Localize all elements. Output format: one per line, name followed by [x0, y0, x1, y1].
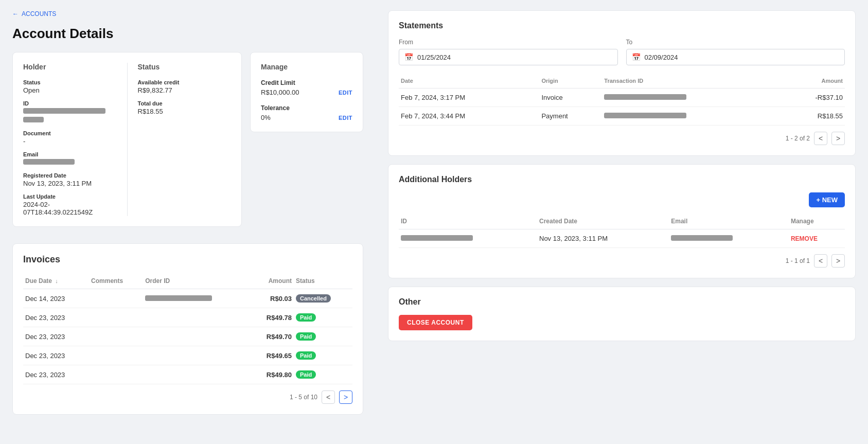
other-card: Other CLOSE ACCOUNT: [388, 287, 856, 341]
holders-email-header: Email: [669, 214, 789, 229]
stmt-transaction-id: [602, 88, 780, 107]
stmt-amount: -R$37.10: [780, 88, 845, 107]
invoice-status: Paid: [294, 327, 352, 346]
stmt-transaction-id: [602, 107, 780, 126]
new-holder-button[interactable]: + NEW: [809, 192, 845, 207]
account-status-section: Status Available credit R$9,832.77 Total…: [127, 63, 232, 216]
invoice-due-date: Dec 23, 2023: [23, 346, 89, 365]
holder-email: [669, 229, 789, 248]
from-date-input[interactable]: 📅 01/25/2024: [399, 49, 618, 65]
edit-credit-limit-button[interactable]: EDIT: [339, 90, 352, 96]
invoice-order-id: [143, 346, 250, 365]
holders-id-header: ID: [399, 214, 537, 229]
email-label: Email: [23, 151, 117, 157]
invoice-amount: R$0.03: [250, 289, 294, 308]
statements-pagination: 1 - 2 of 2 < >: [399, 132, 845, 145]
invoice-status: Cancelled: [294, 289, 352, 308]
invoice-due-date: Dec 23, 2023: [23, 308, 89, 327]
holders-page-info: 1 - 1 of 1: [786, 257, 810, 264]
invoice-comments: [89, 365, 143, 384]
holder-id: [399, 229, 537, 248]
table-row: Dec 23, 2023R$49.65Paid: [23, 346, 352, 365]
invoices-card: Invoices Due Date ↓ Comments Order ID Am…: [12, 243, 363, 415]
invoice-comments: [89, 327, 143, 346]
to-date-value: 02/09/2024: [645, 54, 678, 61]
statements-prev-button[interactable]: <: [814, 132, 827, 145]
amount-header: Amount: [250, 273, 294, 289]
edit-tolerance-button[interactable]: EDIT: [339, 115, 352, 121]
date-range-row: From 📅 01/25/2024 To 📅 02/09/2024: [399, 39, 845, 65]
invoices-table: Due Date ↓ Comments Order ID Amount Stat…: [23, 273, 352, 384]
table-row: Dec 23, 2023R$49.80Paid: [23, 365, 352, 384]
calendar-icon-from: 📅: [404, 53, 413, 61]
invoices-pagination: 1 - 5 of 10 < >: [23, 390, 352, 404]
manage-title: Manage: [261, 63, 352, 71]
table-row: Dec 23, 2023R$49.70Paid: [23, 327, 352, 346]
holders-pagination: 1 - 1 of 1 < >: [399, 254, 845, 268]
total-due-value: R$18.55: [138, 108, 232, 115]
document-value: -: [23, 137, 117, 145]
available-credit-value: R$9,832.77: [138, 86, 232, 94]
statements-next-button[interactable]: >: [831, 132, 845, 145]
email-value: [23, 158, 117, 166]
invoice-comments: [89, 289, 143, 308]
stmt-date: Feb 7, 2024, 3:17 PM: [399, 88, 539, 107]
due-date-header[interactable]: Due Date ↓: [23, 273, 89, 289]
credit-limit-label: Credit Limit: [261, 79, 352, 86]
breadcrumb[interactable]: ← ACCOUNTS: [12, 10, 363, 17]
id-value: [23, 108, 117, 124]
last-update-value: 2024-02-07T18:44:39.0221549Z: [23, 201, 117, 216]
account-status-title: Status: [138, 63, 232, 71]
credit-limit-value: R$10,000.00: [261, 88, 299, 96]
total-due-label: Total due: [138, 100, 232, 106]
invoices-title: Invoices: [23, 254, 352, 265]
invoice-amount: R$49.65: [250, 346, 294, 365]
to-date-input[interactable]: 📅 02/09/2024: [626, 49, 845, 65]
registered-date-label: Registered Date: [23, 172, 117, 179]
holders-date-header: Created Date: [537, 214, 669, 229]
from-date-value: 01/25/2024: [417, 54, 451, 61]
holder-title: Holder: [23, 63, 117, 71]
close-account-button[interactable]: CLOSE ACCOUNT: [399, 315, 472, 330]
invoice-comments: [89, 346, 143, 365]
invoice-status: Paid: [294, 346, 352, 365]
comments-header: Comments: [89, 273, 143, 289]
invoice-order-id: [143, 327, 250, 346]
invoices-page-info: 1 - 5 of 10: [290, 394, 317, 401]
invoice-status: Paid: [294, 365, 352, 384]
table-row: Feb 7, 2024, 3:44 PMPaymentR$18.55: [399, 107, 845, 126]
stmt-amount: R$18.55: [780, 107, 845, 126]
invoice-amount: R$49.80: [250, 365, 294, 384]
stmt-amount-header: Amount: [780, 74, 845, 88]
calendar-icon-to: 📅: [632, 53, 641, 61]
holders-title: Additional Holders: [399, 175, 845, 184]
invoice-status: Paid: [294, 308, 352, 327]
stmt-origin: Invoice: [539, 88, 602, 107]
invoice-order-id: [143, 289, 250, 308]
breadcrumb-text: ACCOUNTS: [22, 10, 56, 17]
invoices-next-button[interactable]: >: [339, 390, 352, 404]
table-row: Feb 7, 2024, 3:17 PMInvoice-R$37.10: [399, 88, 845, 107]
status-value: Open: [23, 86, 117, 94]
holders-prev-button[interactable]: <: [814, 254, 827, 268]
table-row: Nov 13, 2023, 3:11 PMREMOVE: [399, 229, 845, 248]
order-id-header: Order ID: [143, 273, 250, 289]
stmt-date-header: Date: [399, 74, 539, 88]
from-label: From: [399, 39, 618, 46]
holders-next-button[interactable]: >: [831, 254, 845, 268]
manage-card: Manage Credit Limit R$10,000.00 EDIT Tol…: [250, 52, 363, 132]
from-date-group: From 📅 01/25/2024: [399, 39, 618, 65]
holder-section: Holder Status Open ID Document - Email: [23, 63, 127, 216]
holders-header: + NEW: [399, 192, 845, 207]
remove-holder-button[interactable]: REMOVE: [791, 235, 818, 242]
invoices-prev-button[interactable]: <: [322, 390, 335, 404]
to-label: To: [626, 39, 845, 46]
invoice-order-id: [143, 365, 250, 384]
id-label: ID: [23, 100, 117, 106]
holder-manage[interactable]: REMOVE: [789, 229, 845, 248]
statements-page-info: 1 - 2 of 2: [786, 135, 810, 142]
invoice-amount: R$49.78: [250, 308, 294, 327]
holders-manage-header: Manage: [789, 214, 845, 229]
invoice-due-date: Dec 23, 2023: [23, 365, 89, 384]
stmt-origin: Payment: [539, 107, 602, 126]
